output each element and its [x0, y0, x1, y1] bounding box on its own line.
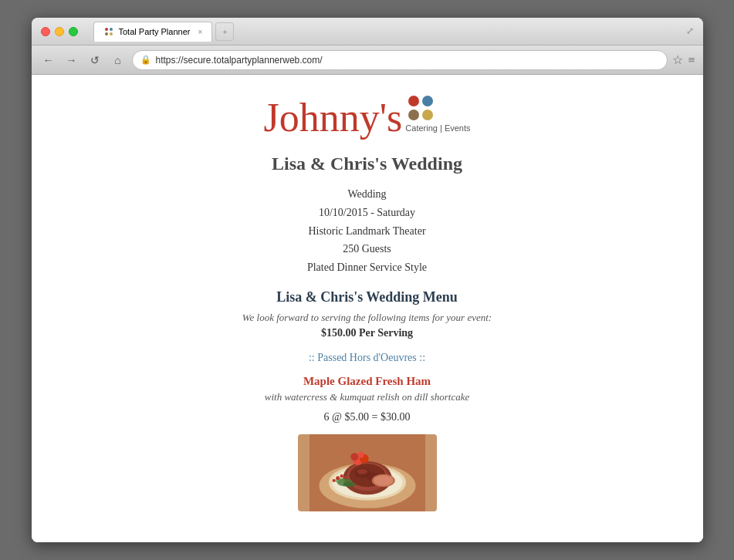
tab-close-button[interactable]: ×: [198, 28, 202, 36]
event-details: Wedding 10/10/2015 - Saturday Historic L…: [307, 185, 427, 277]
forward-button[interactable]: →: [63, 51, 81, 69]
new-tab-button[interactable]: +: [215, 22, 234, 41]
catering-text: Catering | Events: [405, 123, 470, 133]
toolbar-right: ☆ ≡: [672, 52, 695, 67]
home-button[interactable]: ⌂: [109, 51, 127, 69]
traffic-lights: [41, 27, 78, 36]
tab-area: Total Party Planner × +: [93, 22, 686, 42]
tab-dots: [105, 28, 113, 35]
svg-point-16: [343, 476, 346, 478]
svg-point-13: [343, 482, 356, 487]
menu-icon[interactable]: ≡: [688, 53, 695, 67]
back-button[interactable]: ←: [39, 51, 58, 69]
svg-point-19: [350, 453, 358, 460]
minimize-button[interactable]: [55, 27, 64, 36]
tab-title: Total Party Planner: [119, 27, 191, 36]
event-date: 10/10/2015 - Saturday: [307, 204, 427, 222]
bookmark-icon[interactable]: ☆: [672, 52, 683, 67]
active-tab[interactable]: Total Party Planner ×: [93, 22, 213, 42]
price-per-serving: $150.00 Per Serving: [321, 327, 413, 339]
event-venue: Historic Landmark Theater: [307, 222, 427, 241]
svg-point-21: [357, 451, 364, 457]
svg-point-14: [336, 476, 340, 480]
event-title: Lisa & Chris's Wedding: [272, 153, 462, 174]
tab-favicon: [103, 26, 114, 37]
logo-area: Johnny's Catering | Events: [263, 98, 470, 138]
browser-window: Total Party Planner × + ⤢ ← → ↺ ⌂ 🔒 http…: [32, 18, 703, 542]
menu-subtitle: We look forward to serving the following…: [242, 312, 492, 324]
item-name: Maple Glazed Fresh Ham: [303, 375, 431, 388]
svg-point-10: [374, 475, 393, 485]
logo-circles: [408, 96, 433, 120]
maximize-button[interactable]: [69, 27, 78, 36]
event-type: Wedding: [307, 185, 427, 204]
resize-icon: ⤢: [686, 25, 694, 37]
reload-button[interactable]: ↺: [86, 51, 104, 69]
address-text: https://secure.totalpartyplannerweb.com/: [156, 55, 323, 66]
logo-right: Catering | Events: [402, 103, 470, 133]
svg-point-15: [340, 474, 343, 477]
close-button[interactable]: [41, 27, 50, 36]
menu-title: Lisa & Chris's Wedding Menu: [276, 289, 458, 305]
event-service-style: Plated Dinner Service Style: [307, 258, 427, 277]
logo-text: Johnny's: [263, 98, 402, 138]
svg-point-17: [332, 479, 335, 482]
item-pricing: 6 @ $5.00 = $30.00: [324, 411, 411, 423]
svg-point-22: [357, 469, 367, 474]
circle-row-bottom: [408, 110, 433, 120]
circle-row-top: [408, 96, 433, 106]
page-content: Johnny's Catering | Events Lisa & Chris'…: [32, 75, 703, 542]
circle-brown: [408, 110, 419, 120]
circle-gold: [422, 110, 433, 120]
section-header: :: Passed Hors d'Oeuvres ::: [309, 352, 425, 364]
item-description: with watercress & kumquat relish on dill…: [265, 391, 469, 403]
address-bar[interactable]: 🔒 https://secure.totalpartyplannerweb.co…: [132, 50, 668, 70]
event-guests: 250 Guests: [307, 240, 427, 258]
circle-blue: [422, 96, 433, 106]
toolbar: ← → ↺ ⌂ 🔒 https://secure.totalpartyplann…: [32, 46, 703, 75]
food-image: [298, 434, 437, 511]
title-bar: Total Party Planner × + ⤢: [32, 18, 703, 46]
circle-red: [408, 96, 419, 106]
lock-icon: 🔒: [140, 55, 151, 65]
